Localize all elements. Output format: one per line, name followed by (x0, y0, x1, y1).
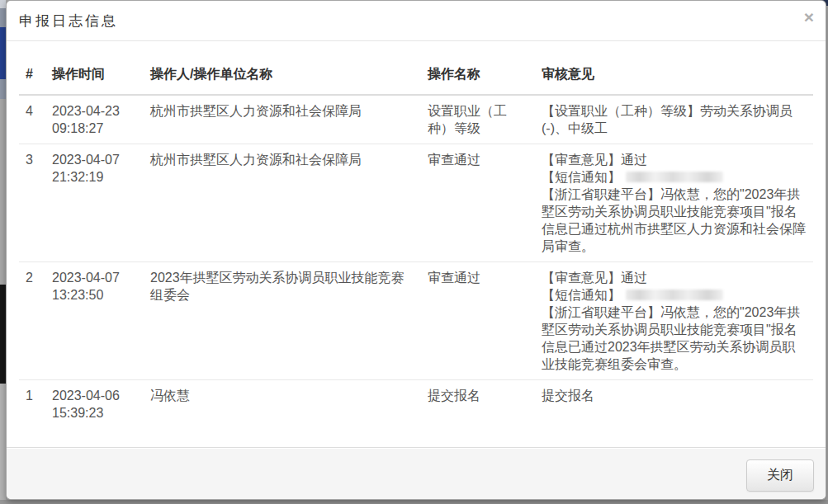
opinion-line: 【审查意见】通过 (542, 151, 807, 168)
cell-time: 2023-04-23 09:18:27 (45, 95, 144, 144)
dialog-header: 申报日志信息 × (7, 1, 826, 41)
dialog-footer: 关闭 (7, 447, 826, 499)
cell-index: 3 (19, 144, 45, 262)
redacted-sms-recipient (626, 172, 723, 182)
cell-operation: 审查通过 (421, 262, 535, 380)
opinion-line: 【设置职业（工种）等级】劳动关系协调员(-)、中级工 (542, 102, 807, 137)
col-header-time: 操作时间 (45, 54, 144, 95)
close-icon[interactable]: × (804, 8, 814, 26)
table-row: 12023-04-06 15:39:23冯依慧提交报名提交报名 (19, 380, 813, 429)
dialog-body: # 操作时间 操作人/操作单位名称 操作名称 审核意见 42023-04-23 … (7, 41, 826, 440)
cell-index: 2 (19, 262, 45, 380)
opinion-line: 提交报名 (542, 387, 807, 404)
table-row: 32023-04-07 21:32:19杭州市拱墅区人力资源和社会保障局审查通过… (19, 144, 813, 262)
cell-time: 2023-04-07 13:23:50 (45, 262, 144, 380)
cell-opinion: 提交报名 (535, 380, 813, 429)
opinion-line: 【短信通知】 (542, 286, 807, 304)
cell-operator: 2023年拱墅区劳动关系协调员职业技能竞赛组委会 (144, 262, 421, 380)
background-bottom (0, 500, 828, 504)
cell-opinion: 【设置职业（工种）等级】劳动关系协调员(-)、中级工 (535, 95, 813, 144)
cell-operator: 杭州市拱墅区人力资源和社会保障局 (144, 144, 421, 262)
opinion-line: 【浙江省职建平台】冯依慧，您的"2023年拱墅区劳动关系协调员职业技能竞赛项目"… (542, 304, 807, 373)
cell-operator: 冯依慧 (144, 380, 421, 429)
col-header-index: # (19, 54, 45, 95)
background-strip (0, 0, 6, 8)
cell-index: 1 (19, 380, 45, 429)
col-header-operator: 操作人/操作单位名称 (144, 54, 421, 95)
cell-index: 4 (19, 95, 45, 144)
cell-operation: 审查通过 (421, 144, 535, 262)
cell-operation: 提交报名 (421, 380, 535, 429)
table-row: 42023-04-23 09:18:27杭州市拱墅区人力资源和社会保障局设置职业… (19, 95, 813, 144)
opinion-line: 【审查意见】通过 (542, 269, 807, 286)
cell-operator: 杭州市拱墅区人力资源和社会保障局 (144, 95, 421, 144)
log-table: # 操作时间 操作人/操作单位名称 操作名称 审核意见 42023-04-23 … (19, 54, 813, 428)
cell-time: 2023-04-06 15:39:23 (45, 380, 144, 429)
log-dialog: 申报日志信息 × # 操作时间 操作人/操作单位名称 操作名称 审核意见 420… (6, 0, 826, 500)
table-header-row: # 操作时间 操作人/操作单位名称 操作名称 审核意见 (19, 54, 813, 95)
cell-opinion: 【审查意见】通过【短信通知】【浙江省职建平台】冯依慧，您的"2023年拱墅区劳动… (535, 262, 813, 380)
background-strip (0, 79, 6, 99)
background-strip (0, 99, 6, 285)
background-strip (0, 8, 6, 27)
redacted-sms-recipient (626, 290, 723, 300)
close-button[interactable]: 关闭 (746, 459, 814, 492)
opinion-line: 【浙江省职建平台】冯依慧，您的"2023年拱墅区劳动关系协调员职业技能竞赛项目"… (542, 186, 807, 255)
col-header-opinion: 审核意见 (535, 54, 813, 95)
background-strip (0, 384, 6, 504)
table-row: 22023-04-07 13:23:502023年拱墅区劳动关系协调员职业技能竞… (19, 262, 813, 380)
background-strip-blue (0, 27, 6, 79)
background-strip-dark (0, 285, 6, 384)
cell-operation: 设置职业（工种）等级 (421, 95, 535, 144)
cell-opinion: 【审查意见】通过【短信通知】【浙江省职建平台】冯依慧，您的"2023年拱墅区劳动… (535, 144, 813, 262)
col-header-operation: 操作名称 (421, 54, 535, 95)
log-table-body: 42023-04-23 09:18:27杭州市拱墅区人力资源和社会保障局设置职业… (19, 95, 813, 428)
opinion-line: 【短信通知】 (542, 168, 807, 186)
cell-time: 2023-04-07 21:32:19 (45, 144, 144, 262)
dialog-title: 申报日志信息 (19, 12, 813, 31)
